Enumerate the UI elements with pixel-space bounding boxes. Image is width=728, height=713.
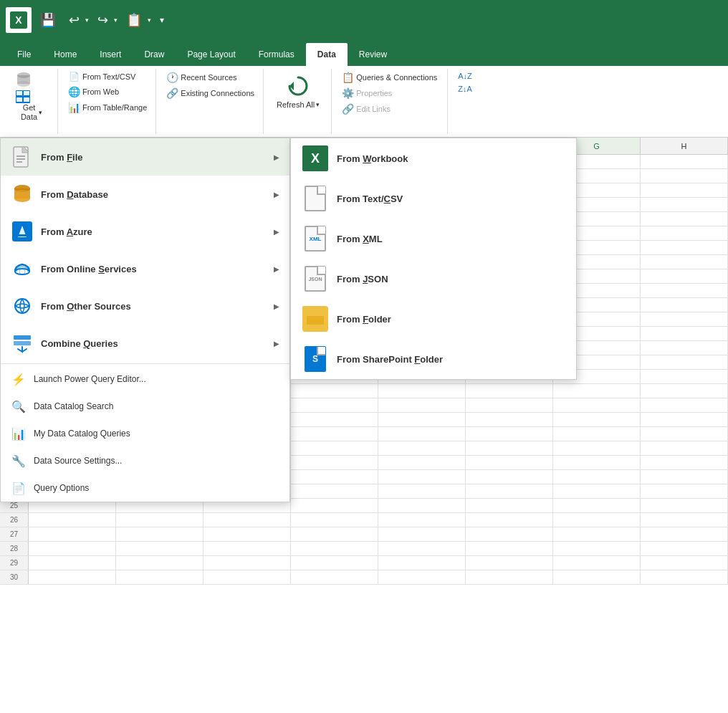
tab-home[interactable]: Home xyxy=(42,43,88,66)
sheet-cell[interactable] xyxy=(466,398,553,412)
redo-dropdown-icon[interactable]: ▾ xyxy=(114,16,118,24)
sheet-cell[interactable] xyxy=(466,513,553,527)
sheet-cell[interactable] xyxy=(116,527,203,541)
existing-connections-button[interactable]: 🔗 Existing Connections xyxy=(163,86,257,100)
tab-file[interactable]: File xyxy=(6,43,42,66)
sheet-cell[interactable] xyxy=(203,513,291,527)
sheet-cell[interactable] xyxy=(553,542,641,555)
sheet-cell[interactable] xyxy=(378,470,466,484)
tab-data[interactable]: Data xyxy=(306,43,348,66)
sheet-cell[interactable] xyxy=(553,413,641,426)
sheet-cell[interactable] xyxy=(641,441,728,455)
sheet-cell[interactable] xyxy=(466,542,553,555)
from-xml-button[interactable]: XML From XML xyxy=(291,219,576,259)
menu-item-from-other-sources[interactable]: From Other Sources ▶ xyxy=(1,287,289,325)
from-workbook-button[interactable]: X From Workbook xyxy=(291,138,576,178)
sheet-cell[interactable] xyxy=(641,427,728,441)
data-catalog-search-button[interactable]: 🔍 Data Catalog Search xyxy=(1,393,289,420)
sheet-cell[interactable] xyxy=(378,542,466,555)
sheet-cell[interactable] xyxy=(291,542,378,555)
sheet-cell[interactable] xyxy=(553,556,641,570)
sheet-cell[interactable] xyxy=(553,513,641,527)
sheet-cell[interactable] xyxy=(291,384,378,398)
sheet-cell[interactable] xyxy=(378,441,466,455)
sheet-cell[interactable] xyxy=(466,456,553,469)
sheet-cell[interactable] xyxy=(641,155,728,168)
sheet-cell[interactable] xyxy=(203,556,291,570)
from-table-range-button[interactable]: 📊 From Table/Range xyxy=(65,100,150,115)
sheet-cell[interactable] xyxy=(29,513,116,527)
sheet-cell[interactable] xyxy=(641,570,728,584)
menu-item-from-online-services[interactable]: From Online Services ▶ xyxy=(1,250,289,287)
sheet-cell[interactable] xyxy=(641,312,728,326)
queries-connections-button[interactable]: 📋 Queries & Connections xyxy=(339,70,440,85)
sheet-cell[interactable] xyxy=(466,427,553,441)
sheet-cell[interactable] xyxy=(466,470,553,484)
menu-item-combine-queries[interactable]: Combine Queries ▶ xyxy=(1,325,289,362)
sheet-cell[interactable] xyxy=(641,527,728,541)
sheet-cell[interactable] xyxy=(378,556,466,570)
sheet-cell[interactable] xyxy=(641,456,728,469)
sheet-cell[interactable] xyxy=(553,398,641,412)
launch-pqe-button[interactable]: ⚡ Launch Power Query Editor... xyxy=(1,365,289,393)
sheet-cell[interactable] xyxy=(641,284,728,297)
redo-button[interactable]: ↪ xyxy=(93,9,112,31)
sheet-cell[interactable] xyxy=(641,198,728,211)
sheet-cell[interactable] xyxy=(553,499,641,512)
customize-qat-button[interactable]: ▾ xyxy=(155,12,168,28)
tab-insert[interactable]: Insert xyxy=(88,43,133,66)
undo-button[interactable]: ↩ xyxy=(64,9,84,31)
sheet-cell[interactable] xyxy=(466,556,553,570)
sheet-cell[interactable] xyxy=(641,212,728,226)
sheet-cell[interactable] xyxy=(553,484,641,498)
tab-formulas[interactable]: Formulas xyxy=(247,43,306,66)
sheet-cell[interactable] xyxy=(553,570,641,584)
from-text-csv-sub-button[interactable]: From Text/CSV xyxy=(291,178,576,219)
sheet-cell[interactable] xyxy=(116,556,203,570)
from-sharepoint-folder-button[interactable]: S From SharePoint Folder xyxy=(291,339,576,379)
sheet-cell[interactable] xyxy=(378,413,466,426)
sheet-cell[interactable] xyxy=(378,484,466,498)
sheet-cell[interactable] xyxy=(641,255,728,269)
sheet-cell[interactable] xyxy=(641,413,728,426)
sheet-cell[interactable] xyxy=(378,427,466,441)
sheet-cell[interactable] xyxy=(116,542,203,555)
recent-sources-button[interactable]: 🕐 Recent Sources xyxy=(163,70,239,85)
sheet-cell[interactable] xyxy=(553,470,641,484)
save-button[interactable]: 💾 xyxy=(36,9,60,31)
sheet-cell[interactable] xyxy=(378,398,466,412)
sheet-cell[interactable] xyxy=(641,341,728,355)
query-options-button[interactable]: 📄 Query Options xyxy=(1,474,289,502)
col-h[interactable]: H xyxy=(641,138,728,154)
sheet-cell[interactable] xyxy=(116,513,203,527)
properties-button[interactable]: ⚙️ Properties xyxy=(339,86,395,100)
sheet-cell[interactable] xyxy=(378,499,466,512)
from-web-button[interactable]: 🌐 From Web xyxy=(65,85,122,99)
sheet-cell[interactable] xyxy=(291,441,378,455)
refresh-all-button[interactable]: Refresh All ▾ xyxy=(271,70,325,112)
sheet-cell[interactable] xyxy=(291,470,378,484)
from-folder-button[interactable]: From Folder xyxy=(291,299,576,339)
sheet-cell[interactable] xyxy=(291,556,378,570)
refresh-all-arrow[interactable]: ▾ xyxy=(316,101,320,108)
sheet-cell[interactable] xyxy=(641,169,728,183)
sheet-cell[interactable] xyxy=(378,570,466,584)
sheet-cell[interactable] xyxy=(641,183,728,197)
sheet-cell[interactable] xyxy=(29,542,116,555)
sheet-cell[interactable] xyxy=(466,499,553,512)
menu-item-from-file[interactable]: From File ▶ xyxy=(1,138,289,176)
sheet-cell[interactable] xyxy=(641,355,728,369)
sheet-cell[interactable] xyxy=(641,370,728,383)
sheet-cell[interactable] xyxy=(291,513,378,527)
sheet-cell[interactable] xyxy=(291,484,378,498)
sheet-cell[interactable] xyxy=(203,527,291,541)
sheet-cell[interactable] xyxy=(641,484,728,498)
sheet-cell[interactable] xyxy=(466,441,553,455)
sheet-cell[interactable] xyxy=(378,456,466,469)
sheet-cell[interactable] xyxy=(378,527,466,541)
sheet-cell[interactable] xyxy=(291,413,378,426)
from-text-csv-button[interactable]: 📄 From Text/CSV xyxy=(65,70,138,83)
sheet-cell[interactable] xyxy=(641,499,728,512)
tab-review[interactable]: Review xyxy=(348,43,398,66)
sheet-cell[interactable] xyxy=(641,542,728,555)
